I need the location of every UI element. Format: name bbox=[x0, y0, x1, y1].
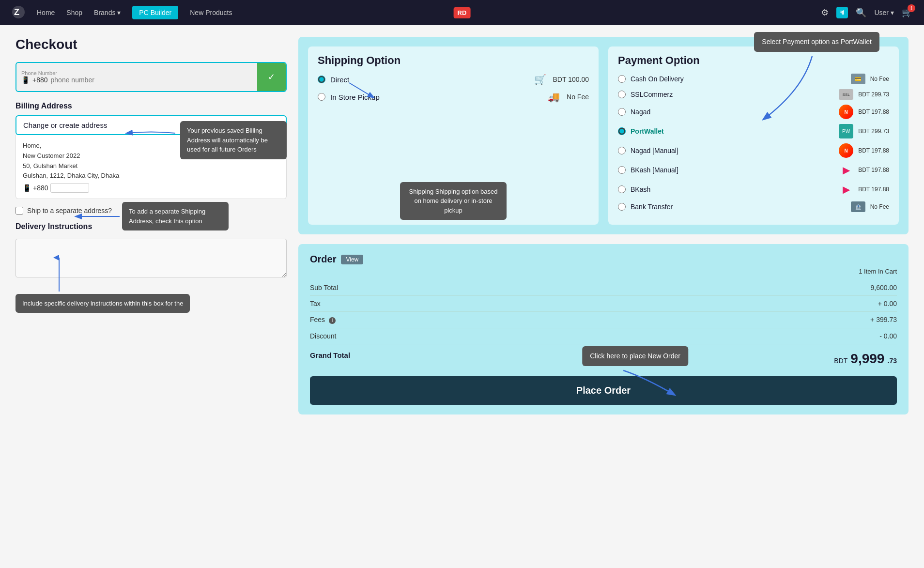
payment-bkash-price: BDT 197.88 bbox=[858, 186, 889, 193]
payment-portwallet-radio[interactable] bbox=[618, 127, 626, 135]
grand-total-currency: BDT bbox=[834, 357, 847, 365]
payment-nagad-manual-label[interactable]: Nagad [Manual] bbox=[631, 147, 834, 154]
phone-value: +880 bbox=[32, 76, 48, 84]
place-order-tooltip-container: Click here to place New Order bbox=[582, 346, 688, 366]
fees-label: Fees i bbox=[310, 316, 336, 324]
billing-section: Billing Address Change or create address… bbox=[15, 102, 287, 199]
shipping-cart-icon: 🛒 bbox=[534, 74, 546, 85]
shipping-title: Shipping Option bbox=[318, 54, 589, 67]
billing-tooltip-arrow bbox=[122, 126, 180, 140]
center-logo-area: RD bbox=[454, 9, 471, 16]
place-order-arrow bbox=[621, 368, 679, 397]
payment-nagad-radio[interactable] bbox=[618, 108, 626, 116]
right-panel: Select Payment option as PortWallet Ship… bbox=[298, 37, 909, 414]
user-chevron-icon: ▾ bbox=[891, 9, 894, 16]
portwallet-icon: PW bbox=[839, 124, 853, 138]
order-summary: Order View 1 Item In Cart Sub Total 9,60… bbox=[298, 244, 909, 414]
phone-icon: 📱 bbox=[21, 76, 30, 84]
nagad-manual-icon: N bbox=[839, 143, 853, 158]
ship-tooltip-arrow bbox=[74, 207, 122, 226]
delivery-tooltip: Include specific delivery instructions w… bbox=[15, 294, 190, 313]
sub-total-label: Sub Total bbox=[310, 284, 338, 292]
search-icon[interactable]: 🔍 bbox=[856, 7, 866, 18]
address-city: Gulshan, 1212, Dhaka City, Dhaka bbox=[23, 171, 279, 181]
nav-pc-builder[interactable]: PC Builder bbox=[132, 6, 178, 19]
payment-bkash-manual-radio[interactable] bbox=[618, 166, 626, 174]
nav-new-products[interactable]: New Products bbox=[190, 9, 232, 16]
page-content: Checkout Phone Number 📱 +880 ✓ Billing A… bbox=[0, 25, 924, 426]
items-count: 1 Item In Cart bbox=[310, 268, 897, 275]
sub-total-value: 9,600.00 bbox=[871, 284, 897, 292]
cash-icon: 💳 bbox=[851, 74, 865, 84]
payment-nagad-manual-radio[interactable] bbox=[618, 147, 626, 154]
shipping-option-box: Shipping Option Direct 🛒 BDT 100.00 In S… bbox=[308, 46, 599, 225]
nav-shop[interactable]: Shop bbox=[66, 9, 82, 16]
payment-ssl-radio[interactable] bbox=[618, 91, 626, 98]
payment-bank-label[interactable]: Bank Transfer bbox=[631, 203, 846, 211]
delivery-section: Delivery Instructions Include specific d… bbox=[15, 222, 287, 279]
payment-bank-row: Bank Transfer 🏦 No Fee bbox=[618, 201, 889, 212]
payment-bank-radio[interactable] bbox=[618, 203, 626, 211]
address-phone-input[interactable] bbox=[50, 183, 89, 193]
settings-icon[interactable]: ⚙ bbox=[821, 7, 829, 18]
user-label: User bbox=[874, 9, 889, 16]
payment-nagad-price: BDT 197.88 bbox=[858, 108, 889, 115]
payment-ssl-price: BDT 299.73 bbox=[858, 91, 889, 98]
phone-check-button[interactable]: ✓ bbox=[257, 63, 286, 91]
address-phone-icon: 📱 bbox=[23, 184, 31, 192]
nagad-icon: N bbox=[839, 105, 853, 119]
bkash-manual-icon: ▶ bbox=[839, 163, 853, 177]
change-address-text: Change or create address bbox=[23, 121, 107, 129]
payment-bkash-manual-label[interactable]: BKash [Manual] bbox=[631, 166, 834, 174]
sub-total-row: Sub Total 9,600.00 bbox=[310, 280, 897, 296]
grand-total-label: Grand Total bbox=[310, 351, 350, 367]
payment-bkash-row: BKash ▶ BDT 197.88 bbox=[618, 182, 889, 197]
nav-brands[interactable]: Brands ▾ bbox=[94, 9, 121, 16]
payment-cash-price: No Fee bbox=[870, 76, 889, 82]
center-logo[interactable]: RD bbox=[454, 7, 471, 18]
payment-cash-radio[interactable] bbox=[618, 75, 626, 83]
ship-separate-tooltip: To add a separate Shipping Address, chec… bbox=[122, 202, 229, 230]
shipping-direct-radio[interactable] bbox=[318, 76, 325, 83]
ship-separate-checkbox[interactable] bbox=[15, 207, 23, 215]
shipping-instore-price: No Fee bbox=[567, 93, 589, 101]
nav-right: ⚙ বা 🔍 User ▾ 🛒 1 bbox=[821, 7, 912, 18]
site-logo[interactable]: Z bbox=[12, 5, 25, 20]
payment-portwallet-price: BDT 299.73 bbox=[858, 128, 889, 135]
phone-input[interactable] bbox=[51, 76, 109, 84]
fees-row: Fees i + 399.73 bbox=[310, 312, 897, 328]
payment-bkash-radio[interactable] bbox=[618, 185, 626, 193]
grand-total-main: 9,999 bbox=[850, 351, 884, 366]
direct-arrow bbox=[347, 80, 376, 100]
grand-total-value: BDT 9,999 .73 bbox=[834, 351, 897, 367]
cart-icon[interactable]: 🛒 1 bbox=[902, 7, 912, 18]
nav-home[interactable]: Home bbox=[37, 9, 55, 16]
user-menu[interactable]: User ▾ bbox=[874, 9, 894, 16]
language-button[interactable]: বা bbox=[836, 7, 848, 18]
tax-value: + 0.00 bbox=[878, 300, 897, 307]
payment-tooltip-arrow bbox=[725, 51, 822, 129]
address-street: 50, Gulshan Market bbox=[23, 161, 279, 171]
fees-value: + 399.73 bbox=[870, 316, 897, 324]
place-order-button[interactable]: Place Order bbox=[310, 376, 897, 405]
page-title: Checkout bbox=[15, 37, 287, 52]
billing-address-label: Billing Address bbox=[15, 102, 287, 110]
discount-row: Discount - 0.00 bbox=[310, 328, 897, 344]
order-view-button[interactable]: View bbox=[341, 255, 363, 264]
delivery-tooltip-arrow bbox=[45, 255, 74, 294]
discount-value: - 0.00 bbox=[879, 332, 897, 340]
payment-bkash-label[interactable]: BKash bbox=[631, 185, 834, 193]
bkash-icon: ▶ bbox=[839, 182, 853, 197]
shipping-direct-price: BDT 100.00 bbox=[553, 76, 589, 83]
left-panel: Checkout Phone Number 📱 +880 ✓ Billing A… bbox=[15, 37, 287, 414]
order-title: Order bbox=[310, 254, 336, 265]
cart-badge: 1 bbox=[908, 4, 915, 12]
payment-bkash-manual-row: BKash [Manual] ▶ BDT 197.88 bbox=[618, 163, 889, 177]
payment-bank-price: No Fee bbox=[870, 203, 889, 210]
payment-nagad-manual-row: Nagad [Manual] N BDT 197.88 bbox=[618, 143, 889, 158]
payment-nagad-manual-price: BDT 197.88 bbox=[858, 147, 889, 154]
shipping-tooltip-container: Shipping Shipping option based on home d… bbox=[308, 182, 599, 220]
address-phone: +880 bbox=[33, 184, 48, 192]
svg-text:Z: Z bbox=[14, 7, 19, 17]
shipping-instore-radio[interactable] bbox=[318, 93, 325, 101]
